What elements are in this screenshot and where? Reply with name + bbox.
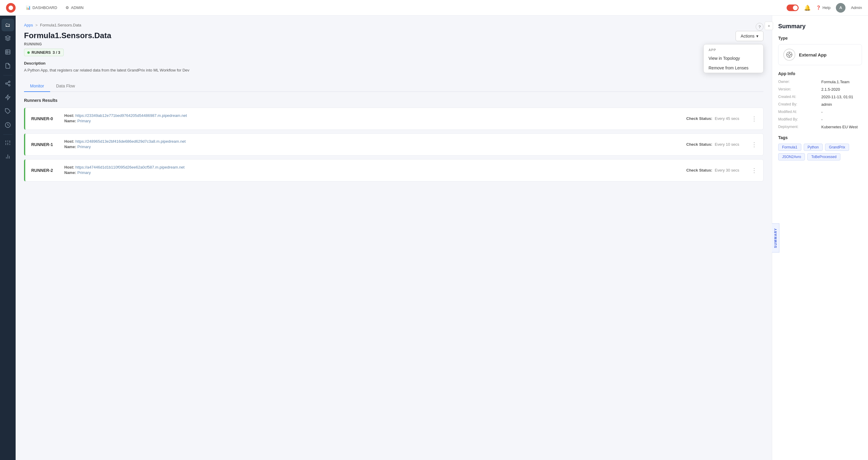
breadcrumb-separator: > [35, 23, 38, 27]
help-button[interactable]: ? [756, 23, 764, 31]
runners-badge: RUNNERS 3 / 3 [24, 49, 64, 56]
created-at-value: 2020-11-13, 01:01 [822, 95, 862, 99]
runner-1-status: Check Status: Every 10 secs [686, 142, 746, 147]
avatar[interactable]: A [836, 3, 845, 12]
page-title: Formula1.Sensors.Data [24, 31, 111, 40]
sidebar-item-chart[interactable] [1, 151, 14, 163]
main-layout: Apps > Formula1.Sensors.Data ? Formula1.… [16, 16, 868, 460]
panel-collapse-button[interactable]: » [765, 22, 773, 30]
runner-2-details: Host: https://a47446d1d1b110f095d26ee62a… [64, 165, 686, 176]
tag-tobeprocessed[interactable]: ToBeProcessed [807, 153, 840, 160]
puzzle-icon [5, 108, 11, 116]
dashboard-nav[interactable]: 📊 DASHBOARD [22, 0, 61, 16]
runners-section-title: Runners Results [24, 98, 764, 103]
summary-tab[interactable]: SUMMARY [772, 223, 779, 252]
runner-2-status: Check Status: Every 30 secs [686, 168, 746, 173]
tab-monitor[interactable]: Monitor [24, 81, 50, 92]
clock-icon [5, 122, 11, 129]
description-section: Description A Python App, that registers… [24, 61, 764, 73]
help-nav[interactable]: ❓ Help [816, 5, 831, 10]
chevron-down-icon: ▾ [756, 34, 758, 38]
description-label: Description [24, 61, 764, 65]
created-at-label: Created At: [778, 95, 819, 99]
runner-1-host: Host: https://248965d13e2bf416de686ed629… [64, 139, 686, 144]
sidebar-item-bolt[interactable] [1, 92, 14, 104]
tags-section-label: Tags [778, 135, 862, 140]
sidebar: 🗂 [0, 16, 16, 460]
sidebar-divider-1 [3, 75, 12, 75]
dropdown-section-label: APP [704, 44, 763, 54]
logo[interactable] [6, 3, 16, 12]
runner-0-name: RUNNER-0 [31, 116, 64, 121]
admin-username[interactable]: Admin [851, 5, 862, 10]
actions-dropdown: APP 1 View in Topology Remove from Lense… [704, 44, 764, 73]
help-label: Help [823, 5, 831, 10]
sidebar-item-share[interactable] [1, 78, 14, 90]
owner-value: Formula.1.Team [822, 80, 862, 84]
tag-python[interactable]: Python [804, 144, 823, 151]
runner-0-status: Check Status: Every 45 secs [686, 116, 746, 121]
actions-button[interactable]: Actions ▾ [736, 31, 764, 41]
admin-label: ADMIN [71, 5, 84, 10]
type-name: External App [799, 52, 827, 57]
breadcrumb-apps[interactable]: Apps [24, 23, 33, 27]
table-icon [5, 49, 11, 57]
runner-2-name: RUNNER-2 [31, 168, 64, 173]
modified-by-value: - [822, 117, 862, 122]
sidebar-item-layers[interactable] [1, 32, 14, 45]
table-row: RUNNER-2 Host: https://a47446d1d1b110f09… [24, 159, 764, 182]
runner-dot [27, 51, 30, 54]
sidebar-item-clock[interactable] [1, 119, 14, 132]
svg-point-7 [6, 83, 7, 84]
svg-rect-2 [6, 50, 10, 54]
external-app-icon [783, 49, 795, 61]
sidebar-item-files[interactable]: 🗂 [1, 19, 14, 31]
sidebar-item-puzzle[interactable] [1, 105, 14, 118]
admin-nav[interactable]: ⚙ ADMIN [61, 0, 88, 16]
tag-json2avro[interactable]: JSON2Avro [778, 153, 805, 160]
runner-2-more-menu[interactable]: ⋮ [751, 167, 757, 174]
svg-line-9 [7, 84, 9, 85]
svg-point-24 [788, 54, 790, 56]
tag-grandprix[interactable]: GrandPrix [825, 144, 849, 151]
table-row: RUNNER-0 Host: https://23349ab12e771bed9… [24, 108, 764, 130]
bolt-icon [5, 94, 11, 102]
svg-line-10 [7, 82, 9, 83]
share-icon [5, 81, 11, 88]
version-value: 2.1.5-2020 [822, 87, 862, 92]
created-by-value: admin [822, 102, 862, 107]
panel-title: Summary [778, 23, 862, 30]
sidebar-item-table[interactable] [1, 46, 14, 59]
remove-from-lenses-item[interactable]: Remove from Lenses [704, 63, 763, 73]
app-info-grid: Owner: Formula.1.Team Version: 2.1.5-202… [778, 80, 862, 129]
status-label: RUNNING [24, 42, 111, 46]
runner-0-details: Host: https://23349ab12e771bed9764205d54… [64, 113, 686, 124]
app-info-label: App Info [778, 71, 862, 76]
theme-toggle[interactable] [786, 4, 799, 11]
svg-marker-11 [6, 95, 10, 100]
notifications-icon[interactable]: 🔔 [804, 4, 811, 11]
type-section-label: Type [778, 36, 862, 40]
topnav: 📊 DASHBOARD ⚙ ADMIN 🔔 ❓ Help A Admin [0, 0, 868, 16]
runner-0-host: Host: https://23349ab12e771bed9764205d54… [64, 113, 686, 118]
svg-point-0 [9, 5, 13, 10]
version-label: Version: [778, 87, 819, 92]
sidebar-item-sliders[interactable] [1, 137, 14, 150]
runner-2-name-field: Name: Primary [64, 171, 686, 175]
topnav-right: 🔔 ❓ Help A Admin [786, 3, 862, 12]
svg-point-6 [9, 81, 10, 82]
tab-dataflow[interactable]: Data Flow [50, 81, 81, 92]
sidebar-item-document[interactable] [1, 60, 14, 73]
tag-formula1[interactable]: Formula1 [778, 144, 801, 151]
table-row: RUNNER-1 Host: https://248965d13e2bf416d… [24, 133, 764, 156]
bar-icon [5, 154, 11, 161]
breadcrumb-current: Formula1.Sensors.Data [40, 23, 81, 27]
page-header-left: Formula1.Sensors.Data RUNNING RUNNERS 3 … [24, 31, 111, 56]
runner-1-more-menu[interactable]: ⋮ [751, 141, 757, 148]
runner-0-name-field: Name: Primary [64, 119, 686, 123]
owner-label: Owner: [778, 80, 819, 84]
summary-tab-container: SUMMARY [772, 223, 779, 252]
runner-0-more-menu[interactable]: ⋮ [751, 115, 757, 122]
runners-count: 3 / 3 [53, 50, 60, 55]
view-in-topology-item[interactable]: 1 View in Topology [704, 54, 763, 63]
